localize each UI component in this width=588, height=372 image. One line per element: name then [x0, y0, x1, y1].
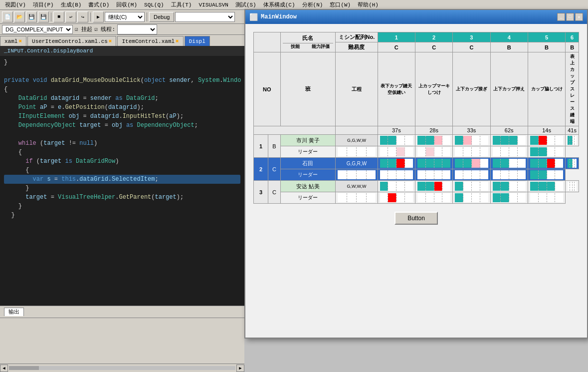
- seg: [455, 182, 463, 191]
- row1-leader: リーダー: [280, 146, 336, 158]
- skill-bar-5: [568, 136, 577, 145]
- data-row-3-name[interactable]: 3 C 安达 鮎美 G,W,W,W: [254, 181, 579, 192]
- tab-useritem-label: UserItemControl.xaml.cs: [32, 38, 108, 44]
- seg: [539, 193, 547, 202]
- seg: [396, 193, 405, 202]
- menu-analysis[interactable]: 分析(N): [299, 0, 326, 9]
- row3-ban: C: [268, 181, 280, 204]
- seg: [405, 147, 413, 156]
- toolbar-separator3: [147, 12, 147, 21]
- menu-build[interactable]: 生成(B): [58, 0, 85, 9]
- process-1: 上カップマーキしつけ: [415, 52, 452, 126]
- menu-collect[interactable]: 回収(M): [113, 0, 140, 9]
- save-button[interactable]: 💾: [26, 11, 37, 22]
- data-row-1-name[interactable]: 1 B 市川 黄子 G,G,W,W: [254, 135, 579, 146]
- code-line: }: [4, 184, 240, 193]
- header-no2: NO: [254, 52, 281, 126]
- row1-skill-4: [528, 135, 565, 146]
- seg: [380, 159, 389, 168]
- code-line: [4, 67, 240, 76]
- leader-bar-r2-2: [417, 170, 450, 179]
- seg: [463, 182, 472, 191]
- seg: [530, 193, 539, 202]
- seg: [455, 147, 463, 156]
- seg: [455, 159, 463, 168]
- row2-leader-col2: [415, 169, 452, 181]
- seg: [493, 182, 501, 191]
- code-line: private void dataGrid_MouseDoubleClick(o…: [4, 76, 240, 85]
- menu-format[interactable]: 書式(D): [85, 0, 112, 9]
- skill-bar-3: [493, 136, 526, 145]
- tab-useritem[interactable]: UserItemControl.xaml.cs ✖: [27, 36, 116, 46]
- code-line: {: [4, 148, 240, 157]
- play-button[interactable]: ▶: [93, 11, 104, 22]
- code-editor[interactable]: _INPUT.Control.DisplayBoard } private vo…: [0, 46, 244, 306]
- data-row-3-leader[interactable]: リーダー: [254, 192, 579, 204]
- output-tab[interactable]: 输出: [4, 308, 24, 316]
- menu-project[interactable]: 項目(P): [30, 0, 57, 9]
- seg: [555, 159, 563, 168]
- menu-view[interactable]: 視図(V): [2, 0, 29, 9]
- main-button[interactable]: Button: [394, 212, 438, 225]
- menu-tools[interactable]: 工具(T): [168, 0, 195, 9]
- undo-button[interactable]: ↩: [65, 11, 76, 22]
- data-row-2-name[interactable]: 2 C 石田 G,G,R,W: [254, 158, 579, 169]
- seg: [357, 193, 366, 202]
- project-selector[interactable]: DG_COMPLEX_INPUT: [2, 25, 73, 34]
- row2-skill-1: [415, 158, 452, 169]
- seg: [426, 147, 434, 156]
- leader-bar-5: [530, 147, 563, 156]
- scrollbar-thumb[interactable]: [9, 366, 39, 370]
- row2-skill-5: [566, 158, 579, 169]
- scrollbar-track[interactable]: [9, 366, 235, 370]
- seg: [380, 136, 389, 145]
- menu-config[interactable]: 体系構成(C): [260, 0, 298, 9]
- seg: [547, 193, 556, 202]
- continue-combo[interactable]: 继续(C): [105, 12, 145, 22]
- seg: [518, 170, 526, 179]
- seg: [396, 170, 405, 179]
- process-0: 表下カップ縫天空仮縫い: [378, 52, 415, 126]
- menu-test[interactable]: 測試(S): [232, 0, 259, 9]
- window-titlebar: ⬜ MainWindow _ □ ✕: [245, 10, 587, 24]
- seg: [388, 147, 396, 156]
- seg: [417, 182, 426, 191]
- seg: [463, 193, 472, 202]
- leader-bar-3: [455, 147, 488, 156]
- time-5: 41s: [566, 126, 579, 135]
- new-file-button[interactable]: 📄: [2, 11, 13, 22]
- menu-visualsvn[interactable]: VISUALSVN: [196, 1, 231, 9]
- scroll-left-btn[interactable]: ◀: [0, 365, 8, 372]
- stop-button[interactable]: ■: [53, 11, 64, 22]
- maximize-button[interactable]: □: [566, 13, 574, 21]
- menu-window[interactable]: 窓口(W): [327, 0, 354, 9]
- data-row-2-leader[interactable]: リーダー: [254, 169, 579, 181]
- tab-display[interactable]: Displ: [185, 36, 210, 46]
- tab-xaml[interactable]: xaml ✖: [0, 36, 26, 46]
- data-row-1-leader[interactable]: リーダー: [254, 146, 579, 158]
- save-all-button[interactable]: 💾: [38, 11, 49, 22]
- time-0: 37s: [378, 126, 415, 135]
- menu-sql[interactable]: SQL(Q): [141, 1, 167, 9]
- skill-header-row: 技能 能力評価: [283, 43, 334, 50]
- menu-help[interactable]: 帮助(H): [355, 0, 382, 9]
- seg: [501, 136, 509, 145]
- tab-itemcontrol[interactable]: ItemControl.xaml ✖: [117, 36, 183, 46]
- close-button[interactable]: ✕: [575, 13, 583, 21]
- config-combo[interactable]: [175, 12, 235, 22]
- minimize-button[interactable]: _: [557, 13, 565, 21]
- row2-leader-col1: [378, 169, 415, 181]
- row1-leader-col1: [378, 146, 415, 158]
- leader-bar-r2-4: [493, 170, 526, 179]
- row2-no: 2: [254, 158, 268, 181]
- ide-scrollbar-horizontal[interactable]: ◀ ▶: [0, 364, 244, 372]
- redo-button[interactable]: ↪: [77, 11, 88, 22]
- scroll-right-btn[interactable]: ▶: [236, 365, 244, 372]
- debug-button[interactable]: Debug: [149, 12, 174, 22]
- open-button[interactable]: 📂: [14, 11, 25, 22]
- leader-bar-4: [493, 147, 526, 156]
- seg: [555, 147, 563, 156]
- header-row-seqno: 氏名 技能 能力評価 ミシン配列No. 1 2 3 4 5 6: [254, 32, 579, 42]
- seg: [434, 136, 443, 145]
- thread-selector[interactable]: [117, 24, 157, 34]
